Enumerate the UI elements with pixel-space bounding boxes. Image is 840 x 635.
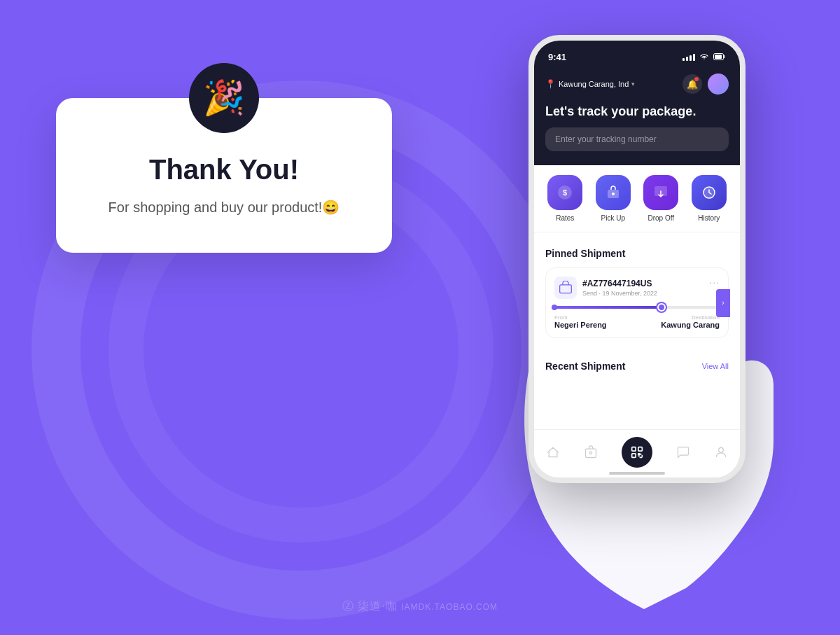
progress-fill xyxy=(554,306,662,309)
wifi-icon xyxy=(700,53,708,62)
progress-bar xyxy=(554,306,720,309)
shipment-card-wrapper: #AZ776447194US Send · 19 November, 2022 … xyxy=(545,267,729,338)
svg-rect-13 xyxy=(632,447,636,452)
rates-label: Rates xyxy=(556,214,574,222)
status-time: 9:41 xyxy=(548,52,566,62)
header-right: 🔔 xyxy=(682,74,729,95)
pickup-label: Pick Up xyxy=(601,214,625,222)
nav-scan-active[interactable] xyxy=(622,437,652,468)
bottom-nav xyxy=(534,429,740,477)
quick-actions: $ Rates Pick Up xyxy=(534,165,740,232)
shipment-id: #AZ776447194US xyxy=(582,279,657,288)
dest-location: Destination Kawung Carang xyxy=(661,314,720,329)
phone-notch xyxy=(595,41,679,59)
svg-rect-14 xyxy=(638,447,643,452)
svg-rect-11 xyxy=(586,449,596,458)
location-selector[interactable]: 📍 Kawung Carang, Ind ▾ xyxy=(545,79,635,89)
recent-shipment-section: Recent Shipment View All xyxy=(534,351,740,387)
from-label: From xyxy=(554,314,607,321)
battery-icon xyxy=(713,53,726,62)
progress-track xyxy=(554,306,720,309)
history-icon xyxy=(692,175,727,210)
shipment-locations: From Negeri Pereng Destination Kawung Ca… xyxy=(554,314,720,329)
pinned-shipment-section: Pinned Shipment #AZ77644719 xyxy=(534,238,740,348)
thank-you-title: Thank You! xyxy=(84,154,364,186)
phone-mockup: 9:41 📍 Kawung Carang, Ind xyxy=(528,35,746,483)
shipment-box-icon xyxy=(554,277,577,299)
progress-start-dot xyxy=(552,305,557,310)
app-header: 📍 Kawung Carang, Ind ▾ 🔔 xyxy=(534,68,740,104)
thank-you-card: 🎉 Thank You! For shopping and buy our pr… xyxy=(56,98,392,253)
thank-you-subtitle: For shopping and buy our product!😄 xyxy=(84,197,364,218)
dest-name: Kawung Carang xyxy=(661,321,720,329)
nav-profile[interactable] xyxy=(714,445,728,459)
action-dropoff[interactable]: Drop Off xyxy=(643,175,678,222)
hero-section: Let's track your package. Enter your tra… xyxy=(534,104,740,165)
view-all-button[interactable]: View All xyxy=(702,362,729,370)
avatar[interactable] xyxy=(708,74,729,95)
notification-bell-button[interactable]: 🔔 xyxy=(682,74,702,94)
nav-home[interactable] xyxy=(546,445,560,459)
nav-messages[interactable] xyxy=(676,445,690,459)
svg-rect-3 xyxy=(715,55,722,59)
home-indicator xyxy=(609,472,665,475)
shipment-meta: Send · 19 November, 2022 xyxy=(582,290,657,297)
location-text: Kawung Carang, Ind xyxy=(559,80,629,88)
svg-rect-15 xyxy=(632,454,636,458)
dropoff-label: Drop Off xyxy=(648,214,674,222)
svg-rect-10 xyxy=(560,285,572,293)
dropoff-icon xyxy=(643,175,678,210)
action-history[interactable]: History xyxy=(692,175,727,222)
shipment-header: #AZ776447194US Send · 19 November, 2022 … xyxy=(554,277,720,299)
svg-point-7 xyxy=(612,193,615,195)
pickup-icon xyxy=(596,175,631,210)
svg-point-12 xyxy=(589,452,592,454)
party-icon: 🎉 xyxy=(189,63,259,133)
shipment-card[interactable]: #AZ776447194US Send · 19 November, 2022 … xyxy=(545,267,729,338)
action-pickup[interactable]: Pick Up xyxy=(596,175,631,222)
svg-point-16 xyxy=(719,447,724,452)
action-rates[interactable]: $ Rates xyxy=(547,175,582,222)
avatar-image xyxy=(708,74,729,95)
history-label: History xyxy=(698,214,720,222)
nav-packages[interactable] xyxy=(584,445,598,459)
location-pin-icon: 📍 xyxy=(545,79,556,89)
from-location: From Negeri Pereng xyxy=(554,314,607,329)
watermark: Ⓩ 柒道·咖 IAMDK.TAOBAO.COM xyxy=(342,599,498,614)
pinned-section-title: Pinned Shipment xyxy=(545,248,729,259)
tracking-input[interactable]: Enter your tracking number xyxy=(545,127,729,151)
chevron-down-icon: ▾ xyxy=(631,81,635,88)
svg-text:$: $ xyxy=(563,188,567,197)
tracking-placeholder: Enter your tracking number xyxy=(555,134,657,144)
dest-label: Destination xyxy=(661,314,720,321)
recent-section-header: Recent Shipment View All xyxy=(545,361,729,372)
recent-section-title: Recent Shipment xyxy=(545,361,625,372)
more-options-icon[interactable]: ··· xyxy=(709,277,720,288)
signal-icon xyxy=(682,54,695,61)
progress-mid-dot xyxy=(657,303,666,312)
shipment-left: #AZ776447194US Send · 19 November, 2022 xyxy=(554,277,657,299)
rates-icon: $ xyxy=(547,175,582,210)
hero-title: Let's track your package. xyxy=(545,104,729,119)
status-icons xyxy=(682,53,726,62)
shipment-chevron-icon[interactable]: › xyxy=(716,289,730,317)
from-name: Negeri Pereng xyxy=(554,321,607,329)
notification-dot xyxy=(694,77,699,81)
